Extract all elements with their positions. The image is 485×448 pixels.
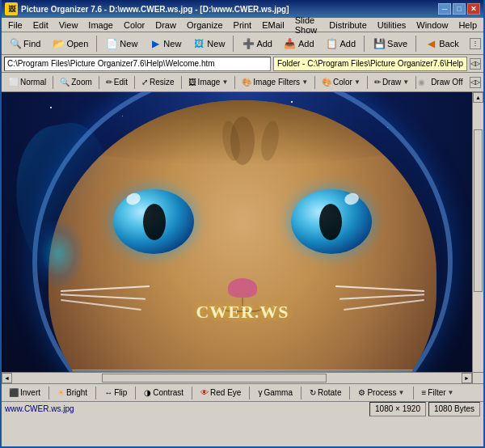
menu-window[interactable]: Window	[411, 18, 453, 32]
close-button[interactable]: ✕	[467, 3, 480, 15]
toolbar-gripper[interactable]: ⋮	[470, 38, 481, 49]
zoom-icon: 🔍	[60, 78, 70, 87]
main-image-area: CWER.WS ▲ ▼ ◄ ►	[2, 92, 483, 383]
sep-2	[233, 36, 234, 52]
address-resize[interactable]: ◁▷	[470, 58, 481, 70]
save-button[interactable]: 💾 Save	[368, 35, 412, 53]
menu-utilities[interactable]: Utilities	[373, 18, 411, 32]
new-button-1[interactable]: 📄 New	[100, 35, 142, 53]
process-icon: ⚙	[358, 388, 365, 397]
filter-button[interactable]: ≡ Filter ▼	[417, 386, 459, 400]
add-button-2[interactable]: 📥 Add	[279, 35, 319, 53]
sep-v6	[314, 76, 315, 89]
minimize-button[interactable]: ─	[438, 3, 451, 15]
draw-dropdown-arrow: ▼	[403, 78, 409, 86]
invert-button[interactable]: ⬛ Invert	[4, 386, 45, 400]
scroll-track-vertical[interactable]	[473, 103, 483, 373]
menu-draw[interactable]: Draw	[150, 18, 181, 32]
menu-distribute[interactable]: Distribute	[324, 18, 371, 32]
rotate-button[interactable]: ↻ Rotate	[305, 386, 346, 400]
find-icon: 🔍	[9, 37, 22, 50]
menu-help[interactable]: Help	[453, 18, 482, 32]
status-sep-6	[301, 387, 302, 399]
menu-view[interactable]: View	[54, 18, 83, 32]
new-icon-3: 🖼	[192, 37, 205, 50]
address-bar: Folder - C:\Program Files\Picture Organi…	[2, 55, 483, 73]
new-button-2[interactable]: ▶ New	[144, 35, 186, 53]
find-button[interactable]: 🔍 Find	[4, 35, 45, 53]
sep-v8	[415, 76, 416, 89]
menu-print[interactable]: Print	[229, 18, 257, 32]
scroll-left-button[interactable]: ◄	[2, 373, 12, 383]
sep-4	[415, 36, 416, 52]
draw-icon: ✏	[374, 78, 381, 87]
flip-button[interactable]: ↔ Flip	[99, 386, 132, 400]
image-display[interactable]: CWER.WS	[2, 92, 483, 383]
toolbar2-gripper[interactable]: ◁▷	[470, 77, 481, 88]
filter-icon: ≡	[422, 388, 427, 397]
app-icon: 🖼	[5, 2, 18, 15]
add-icon-2: 📥	[284, 37, 297, 50]
redeye-icon: 👁	[200, 388, 209, 397]
draw-button[interactable]: ✏ Draw ▼	[369, 74, 414, 91]
menu-image[interactable]: Image	[83, 18, 118, 32]
status-sep-3	[135, 387, 136, 399]
color-icon: 🎨	[322, 78, 331, 87]
color-button[interactable]: 🎨 Color ▼	[317, 74, 365, 91]
filter-dropdown-arrow: ▼	[448, 389, 454, 396]
menu-email[interactable]: EMail	[257, 18, 289, 32]
gamma-button[interactable]: γ Gamma	[253, 386, 297, 400]
redeye-button[interactable]: 👁 Red Eye	[196, 386, 246, 400]
image-button[interactable]: 🖼 Image ▼	[183, 74, 234, 91]
window-controls: ─ □ ✕	[438, 3, 480, 15]
menu-slideshow[interactable]: Slide Show	[290, 18, 324, 32]
resize-icon: ⤢	[141, 78, 148, 87]
edit-icon: ✏	[106, 78, 112, 87]
menu-color[interactable]: Color	[119, 18, 150, 32]
flip-icon: ↔	[104, 388, 112, 397]
contrast-button[interactable]: ◑ Contrast	[139, 386, 188, 400]
bright-button[interactable]: ☀ Bright	[53, 386, 92, 400]
sep-v7	[367, 76, 368, 89]
status-sep-2	[95, 387, 96, 399]
menu-file[interactable]: File	[3, 18, 27, 32]
menu-bar: File Edit View Image Color Draw Organize…	[2, 18, 483, 32]
add-button-3[interactable]: 📋 Add	[321, 35, 361, 53]
open-button[interactable]: 📂 Open	[47, 35, 93, 53]
scroll-track-horizontal[interactable]	[12, 373, 462, 383]
new-icon-2: ▶	[149, 37, 162, 50]
status-sep-8	[413, 387, 414, 399]
bottom-strip: www.CWER.ws.jpg 1080 × 1920 1080 Bytes	[2, 401, 483, 416]
drawoff-button[interactable]: Draw Off	[426, 74, 467, 91]
sep-v3	[134, 76, 135, 89]
title-text: Picture Organizer 7.6 - D:\www.CWER.ws.j…	[21, 5, 289, 14]
back-button[interactable]: ◀ Back	[420, 35, 463, 53]
normal-button[interactable]: ⬜ Normal	[4, 74, 51, 91]
sep-v2	[99, 76, 99, 89]
scrollbar-corner	[472, 372, 483, 383]
bright-icon: ☀	[57, 388, 65, 397]
invert-icon: ⬛	[9, 388, 19, 397]
image-filters-button[interactable]: 🎨 Image Filters ▼	[237, 74, 313, 91]
menu-edit[interactable]: Edit	[28, 18, 53, 32]
new-icon-1: 📄	[105, 37, 118, 50]
radio-draw: ◉	[418, 78, 425, 87]
add-button-1[interactable]: ➕ Add	[237, 35, 277, 53]
sep-v4	[181, 76, 182, 89]
address-input[interactable]	[4, 57, 271, 71]
scroll-up-button[interactable]: ▲	[473, 92, 483, 103]
restore-button[interactable]: □	[453, 3, 466, 15]
watermark: CWER.WS	[196, 302, 289, 323]
zoom-button[interactable]: 🔍 Zoom	[55, 74, 97, 91]
resize-button[interactable]: ⤢ Resize	[137, 74, 179, 91]
scroll-thumb-vertical[interactable]	[474, 129, 483, 291]
edit-button[interactable]: ✏ Edit	[101, 74, 133, 91]
scroll-thumb-horizontal[interactable]	[102, 374, 327, 382]
process-button[interactable]: ⚙ Process ▼	[353, 386, 409, 400]
menu-organize[interactable]: Organize	[182, 18, 228, 32]
image-dropdown-arrow: ▼	[221, 78, 228, 86]
normal-icon: ⬜	[9, 78, 19, 87]
new-button-3[interactable]: 🖼 New	[188, 35, 230, 53]
scroll-right-button[interactable]: ►	[462, 373, 472, 383]
folder-label: Folder - C:\Program Files\Picture Organi…	[273, 57, 467, 71]
